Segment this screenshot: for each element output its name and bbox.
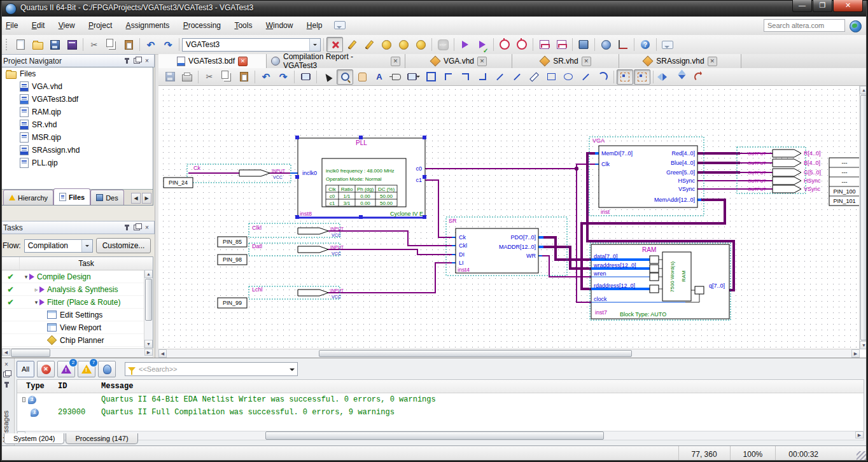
scroll-left-arrow[interactable]: ◀ <box>158 349 167 358</box>
ram-block[interactable]: RAM data[7..0] wraddress[12..0] wren rda… <box>590 243 731 320</box>
device-settings-button[interactable] <box>395 37 412 52</box>
filter-info-button[interactable] <box>98 361 116 377</box>
run-task-icon[interactable] <box>39 299 45 305</box>
scrollbar-thumb[interactable] <box>145 279 152 321</box>
partition-toggle-1[interactable] <box>617 69 633 85</box>
rotate-left-button[interactable] <box>690 69 707 85</box>
netlist-viewer-button[interactable] <box>615 37 631 52</box>
task-row[interactable]: Edit Settings <box>2 309 153 321</box>
task-row[interactable]: ▾ Fitter (Place & Route) <box>2 296 153 309</box>
close-tab-icon[interactable]: ✕ <box>477 57 487 66</box>
task-row[interactable]: View Report <box>2 321 153 334</box>
close-icon[interactable]: × <box>143 223 151 232</box>
menu-assignments[interactable]: Assignments <box>120 17 176 34</box>
input-pin-clkl[interactable]: Clkl INPUT VCC PIN_85 <box>218 223 344 247</box>
start-analysis-button[interactable] <box>474 37 491 52</box>
schematic-canvas[interactable]: Ck INPUT VCC PIN_24 Clkl INPUT VCC PIN_8… <box>158 86 860 349</box>
task-row[interactable]: ▾ Compile Design <box>2 270 153 283</box>
redo-button[interactable]: ↷ <box>275 69 291 85</box>
tab-files[interactable]: Files <box>53 188 90 205</box>
paste-button[interactable] <box>235 69 252 85</box>
tasks-vertical-scrollbar[interactable]: ▲ ▼ <box>144 270 153 348</box>
expander-icon[interactable]: ▾ <box>23 274 29 280</box>
help-button[interactable]: ? <box>637 37 654 52</box>
filter-critical-warnings-button[interactable]: 2 <box>57 361 75 377</box>
diagonal-conduit-tool[interactable] <box>526 69 542 85</box>
project-selector[interactable]: VGATest3 <box>182 38 321 52</box>
scrollbar-thumb[interactable] <box>319 350 632 357</box>
scroll-up-arrow[interactable]: ▲ <box>860 86 868 94</box>
tab-design-units[interactable]: Des <box>90 190 124 205</box>
zoom-tool-button[interactable] <box>337 69 353 85</box>
tab-compilation-report[interactable]: Compilation Report - VGATest3 ✕ <box>267 54 405 68</box>
scrollbar-thumb[interactable] <box>860 95 867 340</box>
tasks-header[interactable]: Tasks × <box>0 221 155 234</box>
save-button[interactable] <box>46 37 63 52</box>
filter-warnings-button[interactable]: 7 <box>78 361 95 377</box>
tree-item[interactable]: RAM.qip <box>2 106 153 118</box>
rectangle-tool[interactable] <box>543 69 559 85</box>
pin-icon[interactable] <box>2 381 11 389</box>
orthogonal-bus-tool[interactable] <box>457 69 473 85</box>
float-icon[interactable] <box>132 223 141 232</box>
expander-icon[interactable]: ▾ <box>33 299 39 305</box>
flip-horizontal-button[interactable] <box>656 69 673 85</box>
tab-srassign-vhd[interactable]: SRAssign.vhd ✕ <box>619 54 741 68</box>
tab-system[interactable]: System (204) <box>4 433 64 444</box>
open-file-button[interactable] <box>29 37 46 52</box>
scroll-down-arrow[interactable]: ▼ <box>144 340 153 348</box>
assignments-gear-button[interactable] <box>412 37 429 52</box>
scroll-right-arrow[interactable]: ▶ <box>855 431 864 438</box>
orthogonal-node-tool[interactable] <box>440 69 456 85</box>
new-assignment-button[interactable] <box>344 37 360 52</box>
dropdown-button[interactable] <box>309 39 320 51</box>
tab-sr-vhd[interactable]: SR.vhd ✕ <box>512 54 619 68</box>
flip-vertical-button[interactable] <box>673 69 690 85</box>
selection-tool-button[interactable] <box>319 69 336 85</box>
float-icon[interactable] <box>132 57 141 65</box>
paste-button[interactable] <box>120 37 137 52</box>
message-row[interactable]: i 293000 Quartus II Full Compilation was… <box>17 406 864 419</box>
input-pin-lchl[interactable]: Lchl INPUT VCC PIN_99 <box>218 286 344 308</box>
tab-processing[interactable]: Processing (147) <box>66 433 137 444</box>
tab-scroll-right[interactable]: ▶ <box>142 193 151 204</box>
resize-grip[interactable] <box>857 451 866 461</box>
expander-icon[interactable] <box>22 397 25 402</box>
cut-button[interactable]: ✂ <box>201 69 218 85</box>
new-file-button[interactable] <box>12 37 29 52</box>
search-input[interactable] <box>764 19 845 32</box>
run-task-icon[interactable] <box>29 274 34 280</box>
tab-vga-vhd[interactable]: VGA.vhd ✕ <box>405 54 512 68</box>
editor-horizontal-scrollbar[interactable]: ◀ ▶ <box>158 349 860 358</box>
close-tab-icon[interactable]: ✕ <box>238 57 248 66</box>
scroll-down-arrow[interactable]: ▼ <box>860 341 868 349</box>
task-row[interactable]: ▹ Analysis & Synthesis <box>2 283 153 296</box>
scrollbar-thumb[interactable] <box>11 349 50 357</box>
tree-item[interactable]: PLL.qip <box>2 157 153 169</box>
output-pins-group[interactable]: OUTPUT R[4..0] OUTPUT B[4..0] OUTPUT G[5… <box>737 147 821 193</box>
minimize-button[interactable]: — <box>792 0 812 12</box>
settings-button[interactable] <box>378 37 395 52</box>
detach-window-button[interactable] <box>297 69 314 85</box>
message-row[interactable]: i Quartus II 64-Bit EDA Netlist Writer w… <box>17 393 864 406</box>
diagonal-bus-tool[interactable] <box>508 69 525 85</box>
message-search-combo[interactable]: <<Search>> <box>125 362 298 376</box>
text-tool-button[interactable]: A <box>371 69 388 85</box>
task-row[interactable]: Chip Planner <box>2 334 153 347</box>
close-tab-icon[interactable]: ✕ <box>708 57 717 66</box>
close-tab-icon[interactable]: ✕ <box>391 57 400 66</box>
flow-selector[interactable]: Compilation <box>24 239 93 253</box>
pin-planner-button[interactable] <box>326 37 343 52</box>
close-icon[interactable]: × <box>143 57 151 65</box>
dropdown-button[interactable] <box>81 240 92 252</box>
undo-button[interactable]: ↶ <box>258 69 274 85</box>
menu-processing[interactable]: Processing <box>178 17 227 34</box>
assignment-editor-button[interactable] <box>361 37 377 52</box>
tree-item[interactable]: VGATest3.bdf <box>2 93 153 106</box>
programmer-button[interactable] <box>575 37 592 52</box>
tree-folder-files[interactable]: Files <box>2 67 153 80</box>
scroll-right-arrow[interactable]: ▶ <box>144 349 153 356</box>
block-tool-button[interactable] <box>423 69 439 85</box>
tree-item[interactable]: SR.vhd <box>2 118 153 131</box>
filter-all-button[interactable]: All <box>17 361 34 377</box>
